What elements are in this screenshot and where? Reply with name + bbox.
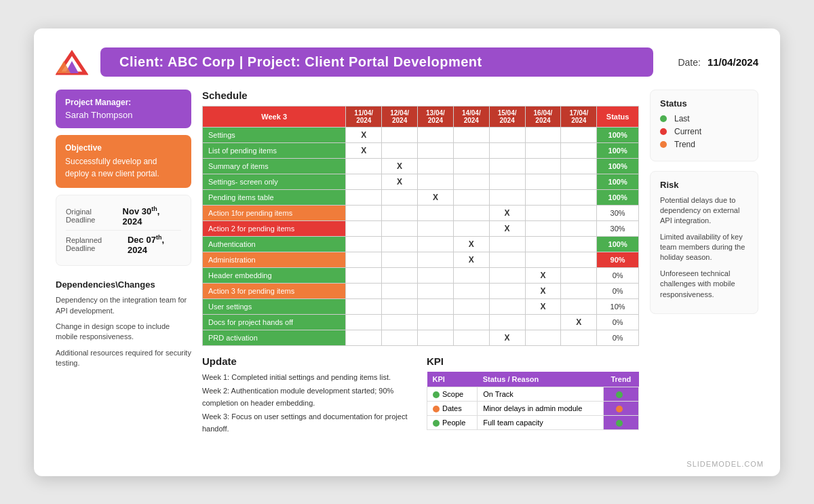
- kpi-name: Scope: [427, 387, 478, 401]
- date-header: 15/04/2024: [489, 106, 525, 127]
- schedule-cell: [561, 205, 597, 220]
- legend-dot: [660, 128, 667, 135]
- schedule-cell: [453, 205, 489, 220]
- schedule-cell: [382, 252, 418, 267]
- risk-box: Risk Potential delays due to dependency …: [650, 171, 758, 315]
- schedule-cell: [418, 142, 454, 158]
- date-header: 17/04/2024: [561, 106, 597, 127]
- schedule-cell: [525, 205, 561, 220]
- date-label: Date:: [678, 57, 700, 68]
- mark-x: X: [505, 333, 510, 343]
- legend-label: Last: [674, 114, 690, 123]
- schedule-cell: [346, 220, 382, 236]
- schedule-cell: [382, 283, 418, 298]
- schedule-cell: [382, 298, 418, 314]
- schedule-cell: [382, 220, 418, 236]
- schedule-cell: [525, 127, 561, 142]
- date-value: 11/04/2024: [708, 56, 758, 68]
- table-row: Action 2 for pending itemsX30%: [203, 220, 639, 236]
- original-deadline-row: Original Deadline Nov 30th, 2024: [66, 202, 181, 231]
- mark-x: X: [397, 161, 402, 171]
- status-legend-title: Status: [660, 98, 748, 109]
- schedule-cell: [489, 267, 525, 283]
- schedule-cell: [346, 236, 382, 252]
- row-label: List of pending items: [203, 142, 346, 158]
- status-legend-box: Status LastCurrentTrend: [650, 90, 758, 161]
- schedule-cell: [453, 314, 489, 330]
- dependencies-title: Dependencies\Changes: [56, 279, 191, 290]
- schedule-cell: [453, 330, 489, 345]
- schedule-cell: [525, 330, 561, 345]
- legend-items: LastCurrentTrend: [660, 114, 748, 149]
- row-label: Action 1for pending items: [203, 205, 346, 220]
- schedule-cell: [346, 174, 382, 189]
- mark-x: X: [505, 224, 510, 233]
- main-content: Project Manager: Sarah Thompson Objectiv…: [56, 90, 758, 438]
- schedule-cell: [418, 158, 454, 174]
- slide: Client: ABC Corp | Project: Client Porta…: [34, 28, 780, 476]
- kpi-title: KPI: [427, 355, 639, 367]
- mark-x: X: [540, 302, 545, 311]
- schedule-cell: [382, 236, 418, 252]
- trend-dot: [616, 391, 623, 398]
- date-header: 12/04/2024: [382, 106, 418, 127]
- mark-x: X: [540, 286, 545, 296]
- dependency-item: Additional resources required for securi…: [56, 348, 191, 369]
- row-label: Action 3 for pending items: [203, 283, 346, 298]
- trend-dot: [616, 420, 623, 427]
- status-cell: 100%: [597, 189, 639, 205]
- row-label: Docs for project hands off: [203, 314, 346, 330]
- schedule-cell: [418, 205, 454, 220]
- table-row: SettingsX100%: [203, 127, 639, 142]
- table-row: Action 3 for pending itemsX0%: [203, 283, 639, 298]
- schedule-cell: [561, 189, 597, 205]
- title-bar: Client: ABC Corp | Project: Client Porta…: [100, 47, 653, 77]
- schedule-cell: [561, 298, 597, 314]
- dependency-item: Dependency on the integration team for A…: [56, 295, 191, 316]
- legend-item: Trend: [660, 140, 748, 149]
- legend-item: Last: [660, 114, 748, 123]
- schedule-cell: [418, 283, 454, 298]
- schedule-cell: [561, 236, 597, 252]
- update-line: Week 2: Authentication module developmen…: [202, 385, 414, 409]
- schedule-cell: X: [525, 298, 561, 314]
- pm-label: Project Manager:: [65, 98, 182, 107]
- schedule-cell: [561, 283, 597, 298]
- risk-items: Potential delays due to dependency on ex…: [660, 195, 748, 301]
- row-label: Summary of items: [203, 158, 346, 174]
- status-cell: 10%: [597, 298, 639, 314]
- trend-dot: [616, 406, 623, 412]
- schedule-cell: X: [418, 189, 454, 205]
- schedule-cell: [489, 189, 525, 205]
- schedule-cell: [561, 267, 597, 283]
- schedule-cell: [453, 267, 489, 283]
- schedule-cell: [525, 158, 561, 174]
- schedule-cell: [382, 267, 418, 283]
- schedule-cell: [489, 252, 525, 267]
- original-deadline-label: Original Deadline: [66, 208, 123, 224]
- schedule-cell: [453, 283, 489, 298]
- update-title: Update: [202, 355, 414, 367]
- mark-x: X: [433, 193, 438, 202]
- status-cell: 0%: [597, 267, 639, 283]
- kpi-trend: [603, 401, 638, 415]
- kpi-col-header: Trend: [603, 372, 638, 387]
- schedule-cell: X: [346, 127, 382, 142]
- status-cell: 90%: [597, 252, 639, 267]
- schedule-cell: X: [489, 220, 525, 236]
- replanned-deadline-row: Replanned Deadline Dec 07th, 2024: [66, 231, 181, 258]
- status-cell: 100%: [597, 158, 639, 174]
- risk-item: Potential delays due to dependency on ex…: [660, 195, 748, 227]
- schedule-cell: X: [489, 330, 525, 345]
- schedule-cell: [489, 158, 525, 174]
- schedule-cell: [489, 127, 525, 142]
- schedule-cell: [453, 142, 489, 158]
- table-row: Action 1for pending itemsX30%: [203, 205, 639, 220]
- row-label: Authentication: [203, 236, 346, 252]
- right-panel: Status LastCurrentTrend Risk Potential d…: [650, 90, 758, 438]
- schedule-cell: [346, 283, 382, 298]
- kpi-dot: [433, 406, 440, 412]
- kpi-trend: [603, 415, 638, 429]
- table-row: Settings- screen onlyX100%: [203, 174, 639, 189]
- schedule-cell: X: [453, 236, 489, 252]
